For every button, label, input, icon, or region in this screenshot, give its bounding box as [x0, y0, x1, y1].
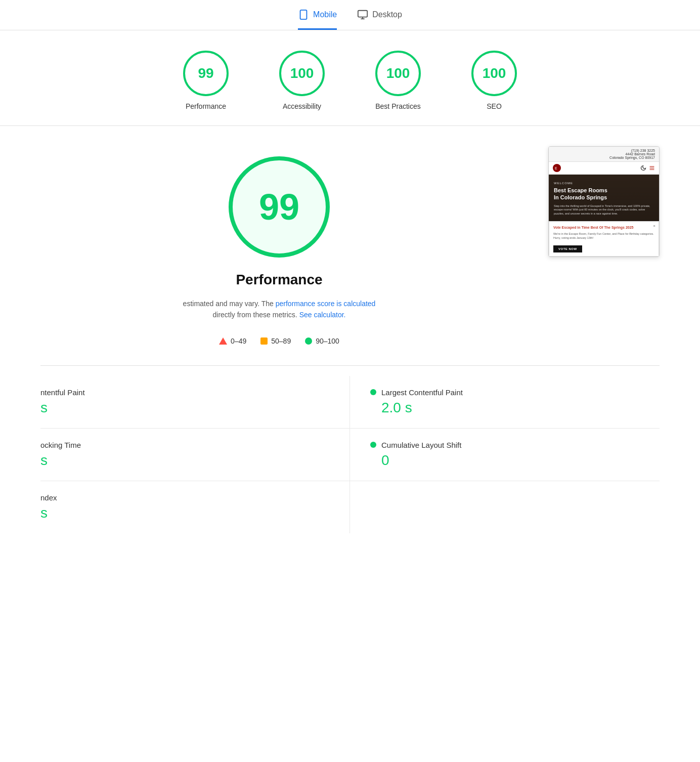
score-label-seo: SEO — [487, 102, 502, 110]
phone-address2: Colorado Springs, CO 80917 — [609, 156, 655, 159]
score-circle-seo: 100 — [471, 51, 517, 96]
svg-text:E: E — [555, 166, 557, 170]
legend-triangle-icon — [219, 337, 227, 345]
legend-item-good: 90–100 — [305, 337, 339, 345]
metric-lcp: Largest Contentful Paint 2.0 s — [350, 376, 660, 429]
legend-circle-icon — [305, 337, 312, 345]
tab-mobile[interactable]: Mobile — [298, 9, 337, 30]
legend-item-mid: 50–89 — [260, 337, 291, 345]
metrics-grid: ntentful Paint s Largest Contentful Pain… — [0, 376, 700, 533]
scores-section: 99 Performance 100 Accessibility 100 Bes… — [0, 30, 700, 126]
popup-title-pre: Vote — [553, 226, 562, 229]
phone-number: (719) 238 3225 — [609, 149, 655, 152]
phone-hero: WELCOME Best Escape Rooms In Colorado Sp… — [549, 175, 659, 221]
metric-si-name-text: ndex — [40, 493, 57, 502]
phone-header: (719) 238 3225 4442 Barnes Road Colorado… — [549, 147, 659, 162]
legend-range-bad: 0–49 — [231, 337, 246, 345]
phone-preview: (719) 238 3225 4442 Barnes Road Colorado… — [548, 146, 660, 257]
metric-tbt-value: s — [40, 452, 339, 469]
score-value-seo: 100 — [483, 65, 506, 81]
metrics-divider — [40, 365, 660, 366]
svg-rect-2 — [358, 11, 367, 17]
performance-title: Performance — [236, 272, 322, 288]
metric-tbt-name: ocking Time — [40, 441, 339, 449]
performance-desc: estimated and may vary. The performance … — [183, 298, 376, 321]
perf-score-link[interactable]: performance score is calculated — [276, 300, 376, 308]
phone-nav-icons — [640, 165, 655, 171]
phone-popup-title: Vote Escaped in Time Best Of The Springs… — [553, 225, 654, 230]
tab-desktop[interactable]: Desktop — [357, 9, 402, 30]
big-score-circle: 99 — [229, 156, 330, 258]
phone-nav: E — [549, 162, 659, 175]
metric-cls-dot — [370, 442, 376, 448]
metric-si-name: ndex — [40, 493, 339, 502]
vote-now-button[interactable]: VOTE NOW — [553, 245, 582, 252]
phone-address1: 4442 Barnes Road — [609, 152, 655, 156]
legend-range-mid: 50–89 — [271, 337, 291, 345]
svg-rect-0 — [300, 10, 307, 19]
phone-hero-body: Step into the thrilling world of Escaped… — [554, 204, 654, 216]
metric-cls: Cumulative Layout Shift 0 — [350, 429, 660, 481]
metric-tbt-name-text: ocking Time — [40, 441, 81, 449]
left-panel: 99 Performance estimated and may vary. T… — [40, 156, 518, 345]
moon-icon — [640, 165, 646, 171]
tab-bar: Mobile Desktop — [0, 0, 700, 30]
score-item-seo: 100 SEO — [471, 51, 517, 110]
metric-fcp: ntentful Paint s — [40, 376, 350, 429]
svg-rect-7 — [650, 168, 654, 168]
main-content: 99 Performance estimated and may vary. T… — [0, 126, 700, 365]
score-circle-best-practices: 100 — [375, 51, 421, 96]
score-item-performance: 99 Performance — [183, 51, 229, 110]
phone-contact-info: (719) 238 3225 4442 Barnes Road Colorado… — [609, 149, 655, 159]
metric-lcp-name: Largest Contentful Paint — [381, 388, 463, 397]
legend-range-good: 90–100 — [316, 337, 339, 345]
desktop-icon — [357, 9, 368, 20]
score-label-performance: Performance — [186, 102, 226, 110]
logo-icon: E — [554, 165, 559, 171]
metric-fcp-name-text: ntentful Paint — [40, 388, 85, 397]
popup-title-post: Best Of The Springs 2025 — [590, 226, 634, 229]
metric-lcp-dot — [370, 389, 376, 395]
phone-popup: × Vote Escaped in Time Best Of The Sprin… — [549, 221, 659, 257]
popup-title-brand: Escaped in Time — [562, 226, 590, 229]
svg-rect-6 — [650, 166, 654, 167]
phone-logo: E — [553, 164, 561, 172]
phone-welcome-text: WELCOME — [554, 182, 654, 185]
tab-mobile-label: Mobile — [313, 10, 337, 19]
metric-si: ndex s — [40, 481, 350, 533]
score-value-accessibility: 100 — [290, 65, 314, 81]
phone-popup-body: We're in the Escape Room, Family Fun Cen… — [553, 232, 654, 240]
desc-part1: estimated and may vary. The — [183, 300, 276, 308]
score-value-best-practices: 100 — [386, 65, 410, 81]
score-label-accessibility: Accessibility — [283, 102, 321, 110]
score-label-best-practices: Best Practices — [375, 102, 420, 110]
metric-lcp-header: Largest Contentful Paint — [370, 388, 649, 397]
phone-hero-title: Best Escape Rooms In Colorado Springs — [554, 187, 654, 201]
right-panel: (719) 238 3225 4442 Barnes Road Colorado… — [548, 146, 660, 257]
metric-cls-header: Cumulative Layout Shift — [370, 441, 649, 449]
metric-lcp-value: 2.0 s — [370, 400, 649, 416]
score-item-best-practices: 100 Best Practices — [375, 51, 421, 110]
metric-empty — [350, 481, 660, 533]
score-circle-accessibility: 100 — [279, 51, 325, 96]
legend-item-bad: 0–49 — [219, 337, 246, 345]
metric-cls-name: Cumulative Layout Shift — [381, 441, 461, 449]
calc-link[interactable]: See calculator. — [299, 311, 346, 319]
legend-square-icon — [260, 337, 268, 345]
metric-si-value: s — [40, 505, 339, 521]
metric-fcp-name: ntentful Paint — [40, 388, 339, 397]
metric-fcp-value: s — [40, 400, 339, 416]
score-value-performance: 99 — [198, 65, 213, 81]
popup-close-icon[interactable]: × — [653, 224, 655, 228]
metric-tbt: ocking Time s — [40, 429, 350, 481]
svg-rect-8 — [650, 170, 654, 170]
score-item-accessibility: 100 Accessibility — [279, 51, 325, 110]
mobile-icon — [298, 9, 309, 20]
menu-icon — [649, 165, 655, 171]
tab-desktop-label: Desktop — [372, 10, 402, 19]
legend: 0–49 50–89 90–100 — [219, 337, 339, 345]
score-circle-performance: 99 — [183, 51, 229, 96]
big-score-value: 99 — [259, 186, 299, 228]
metric-cls-value: 0 — [370, 452, 649, 469]
desc-part2: directly from these metrics. — [213, 311, 299, 319]
